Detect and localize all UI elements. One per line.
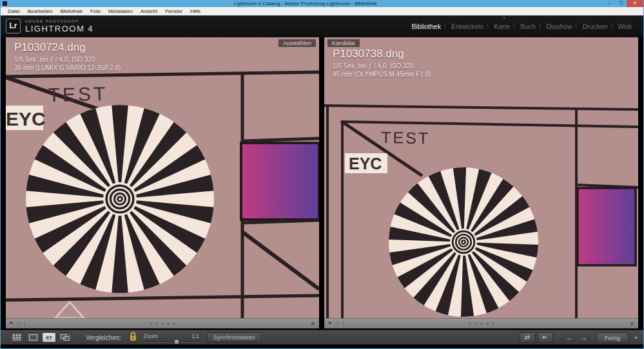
- toolbar-divider: [558, 333, 558, 342]
- survey-view-button[interactable]: [58, 332, 72, 343]
- zoom-slider[interactable]: Zoom 1:1: [144, 333, 199, 343]
- module-karte[interactable]: Karte: [489, 23, 515, 30]
- app-icon: [3, 1, 7, 6]
- done-button[interactable]: Fertig: [596, 332, 629, 343]
- module-drucken[interactable]: Drucken: [577, 23, 612, 30]
- app-header: ▲ Lr ADOBE PHOTOSHOP LIGHTROOM 4 Bibliot…: [1, 15, 643, 37]
- grid-view-button[interactable]: [10, 332, 24, 343]
- candidate-filename: P1030738.dng: [333, 48, 431, 61]
- lightroom-logo: Lr ADOBE PHOTOSHOP LIGHTROOM 4: [6, 19, 93, 33]
- footer-divider: [24, 321, 25, 326]
- menu-datei[interactable]: Datei: [4, 7, 24, 15]
- select-info-overlay: P1030724.dng 1/5 Sek. bei ƒ / 4,0, ISO 3…: [14, 41, 121, 72]
- synchronize-button[interactable]: Synchronisieren: [207, 332, 262, 343]
- chart-test-label: TEST: [381, 128, 430, 147]
- toolbar-options-chevron-icon[interactable]: ▼: [634, 335, 638, 340]
- menu-foto[interactable]: Foto: [86, 7, 104, 15]
- test-chart-image-candidate: TEST EYC: [324, 37, 638, 318]
- rating-dots[interactable]: [469, 323, 494, 325]
- deselect-icon[interactable]: ✕: [310, 319, 315, 328]
- bottom-toolbar: XY Vergleichen: Zoom 1:1 Sy: [1, 330, 643, 344]
- reject-flag-icon[interactable]: ⚐: [335, 319, 340, 328]
- module-buch[interactable]: Buch: [515, 23, 541, 30]
- zoom-slider-thumb[interactable]: [174, 339, 179, 344]
- select-filename: P1030724.dng: [14, 41, 121, 54]
- module-picker: Bibliothek Entwickeln Karte Buch Diashow…: [406, 15, 637, 37]
- compare-pane-select[interactable]: TEST EYC Auswählen P1030724.dng 1/5 Sek.…: [6, 37, 319, 318]
- select-pane-footer: ⚑ ⚐ ✕: [6, 318, 319, 328]
- menu-bearbeiten[interactable]: Bearbeiten: [24, 7, 57, 15]
- menu-ansicht[interactable]: Ansicht: [137, 7, 161, 15]
- zoom-ratio-value: 1:1: [191, 333, 199, 339]
- pick-flag-icon[interactable]: ⚑: [327, 319, 332, 328]
- deselect-icon[interactable]: ✕: [629, 319, 634, 328]
- brand-adobe-photoshop: ADOBE PHOTOSHOP: [25, 19, 93, 23]
- zoom-slider-track[interactable]: [144, 341, 199, 343]
- menu-hilfe[interactable]: Hilfe: [186, 7, 204, 15]
- zoom-lock-icon[interactable]: [129, 332, 137, 344]
- reject-flag-icon[interactable]: ⚐: [17, 319, 21, 328]
- compare-view-button[interactable]: XY: [42, 332, 56, 343]
- module-web[interactable]: Web: [613, 23, 637, 30]
- chart-test-label: TEST: [48, 83, 108, 106]
- candidate-lens: 45 mm (OLYMPUS M.45mm F1.8): [333, 70, 431, 79]
- menu-fenster[interactable]: Fenster: [161, 7, 186, 15]
- chart-eyc-label: EYC: [6, 108, 46, 129]
- candidate-exposure: 1/5 Sek. bei ƒ / 4,0, ISO 320: [333, 62, 431, 70]
- minimize-button[interactable]: –: [603, 0, 615, 7]
- compare-label: Vergleichen:: [86, 334, 121, 341]
- candidate-pane-footer: ⚑ ⚐ ✕: [324, 318, 638, 328]
- loupe-view-icon: [29, 334, 37, 341]
- lr-logo-icon: Lr: [6, 19, 21, 33]
- next-photo-button[interactable]: →: [577, 333, 591, 342]
- siemens-star: [389, 167, 538, 317]
- zoom-label: Zoom: [144, 333, 158, 339]
- module-diashow[interactable]: Diashow: [541, 23, 577, 30]
- menu-bibliothek[interactable]: Bibliothek: [56, 7, 86, 15]
- previous-photo-button[interactable]: ←: [563, 333, 577, 342]
- rating-dots[interactable]: [150, 323, 175, 325]
- chart-eyc-label: EYC: [349, 155, 382, 173]
- survey-view-icon: [61, 334, 70, 341]
- menubar: Datei Bearbeiten Bibliothek Foto Metadat…: [1, 7, 643, 15]
- window-title: Lightroom 4 Catalog - Adobe Photoshop Li…: [7, 0, 603, 7]
- candidate-badge: Kandidat: [327, 39, 360, 47]
- pick-flag-icon[interactable]: ⚑: [9, 319, 14, 328]
- restore-button[interactable]: ❐: [615, 0, 627, 7]
- make-select-button[interactable]: ⇤: [538, 332, 553, 343]
- select-exposure: 1/5 Sek. bei ƒ / 4,0, ISO 320: [14, 55, 121, 64]
- test-chart-image-select: TEST EYC: [6, 37, 319, 318]
- module-entwickeln[interactable]: Entwickeln: [446, 23, 489, 30]
- compare-pane-candidate[interactable]: TEST EYC Kandidat P1030738.dng 1/5 Sek. …: [324, 37, 638, 318]
- titlebar: Lightroom 4 Catalog - Adobe Photoshop Li…: [1, 0, 643, 7]
- swap-select-candidate-button[interactable]: ⇄: [520, 332, 535, 343]
- compare-view-icon: XY: [46, 335, 52, 340]
- close-button[interactable]: ✕: [627, 0, 643, 7]
- brand-lightroom: LIGHTROOM 4: [25, 24, 93, 33]
- footer-divider: [343, 321, 344, 326]
- select-badge: Auswählen: [278, 39, 316, 47]
- select-lens: 35 mm (LUMIX G VARIO 12-35/F2.8): [14, 64, 121, 72]
- lightroom-window: Lightroom 4 Catalog - Adobe Photoshop Li…: [0, 0, 644, 349]
- siemens-star: [26, 105, 214, 293]
- candidate-info-overlay: P1030738.dng 1/5 Sek. bei ƒ / 4,0, ISO 3…: [333, 48, 431, 79]
- grid-view-icon: [13, 334, 21, 341]
- menu-metadaten[interactable]: Metadaten: [104, 7, 137, 15]
- module-bibliothek[interactable]: Bibliothek: [406, 23, 446, 30]
- loupe-view-button[interactable]: [26, 332, 40, 343]
